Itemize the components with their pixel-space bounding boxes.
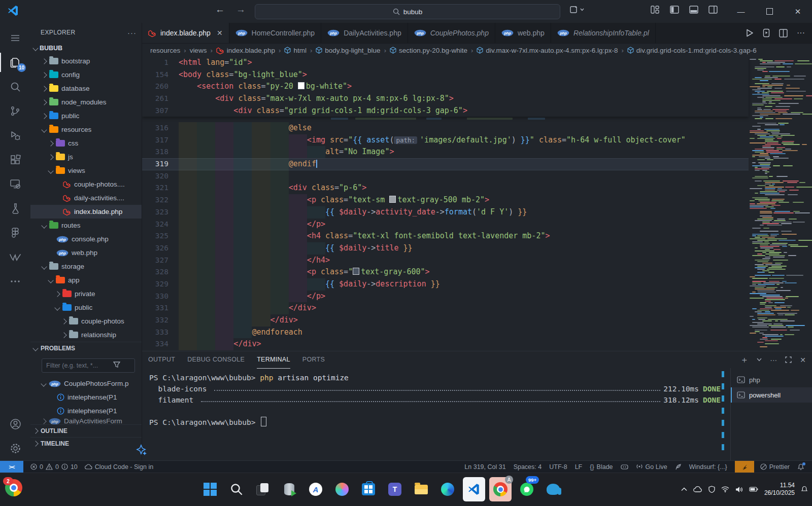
- tree-item-views[interactable]: views: [30, 164, 142, 177]
- tab-dailyactivities-php[interactable]: phpDailyActivities.php: [321, 23, 408, 43]
- feather-icon[interactable]: [675, 463, 682, 470]
- problems-file-row[interactable]: phpCouplePhotosForm.p: [30, 377, 142, 390]
- breadcrumb-item[interactable]: resources: [150, 47, 180, 54]
- activity-figma-icon[interactable]: [0, 221, 30, 245]
- code-line-332[interactable]: 332</div>: [142, 314, 749, 327]
- tree-item-couple-photos[interactable]: couple-photos: [30, 314, 142, 328]
- code-line-329[interactable]: 329{{ $daily->description }}: [142, 278, 749, 291]
- code-line-321[interactable]: 321<div class="p-6">: [142, 182, 749, 194]
- tree-item-node-modules[interactable]: node_modules: [30, 95, 142, 109]
- tree-item-public[interactable]: public: [30, 109, 142, 123]
- tray-chevron-up-icon[interactable]: [681, 487, 687, 491]
- windsurf-sparkle-icon[interactable]: [136, 444, 148, 456]
- code-line-330[interactable]: 330</p>: [142, 291, 749, 303]
- code-line-317[interactable]: 317<img src="{{ asset(path:'images/defau…: [142, 134, 749, 147]
- windsurf-action-button[interactable]: [735, 461, 754, 473]
- breadcrumb-item[interactable]: section.py-20.bg-white: [390, 47, 467, 54]
- tab-index-blade-php[interactable]: index.blade.php✕: [142, 23, 229, 43]
- line-number[interactable]: 324: [142, 219, 168, 231]
- line-number[interactable]: 1: [142, 57, 168, 69]
- problems-section-header[interactable]: PROBLEMS: [30, 342, 142, 354]
- code-line-322[interactable]: 322<p class="text-sm text-gray-500 mb-2"…: [142, 194, 749, 206]
- tree-item-app[interactable]: app: [30, 273, 142, 287]
- split-editor-icon[interactable]: [779, 29, 788, 38]
- toggle-secondary-sidebar-icon[interactable]: [708, 5, 718, 14]
- taskbar-bell-icon[interactable]: [801, 486, 808, 493]
- tree-item-resources[interactable]: resources: [30, 123, 142, 136]
- close-button[interactable]: ✕: [784, 0, 812, 23]
- taskbar-corner-chrome-icon[interactable]: 2: [5, 479, 25, 499]
- volume-icon[interactable]: [735, 486, 743, 493]
- tree-item-web-php[interactable]: phpweb.php: [30, 246, 142, 260]
- toggle-panel-icon[interactable]: [689, 5, 698, 14]
- tree-item-bootstrap[interactable]: bootstrap: [30, 54, 142, 68]
- close-panel-icon[interactable]: ✕: [800, 356, 806, 364]
- copilot-icon[interactable]: [621, 463, 628, 470]
- activity-accounts-icon[interactable]: [0, 412, 30, 436]
- line-number[interactable]: 318: [142, 146, 168, 158]
- code-line-154[interactable]: 154<body class="bg-light_blue">: [142, 69, 749, 81]
- cloud-code-status[interactable]: Cloud Code - Sign in: [85, 463, 153, 471]
- activity-settings-icon[interactable]: [0, 436, 30, 460]
- line-number[interactable]: 330: [142, 291, 168, 303]
- problems-entry[interactable]: intelephense(P1: [30, 390, 142, 404]
- line-number[interactable]: 320: [142, 170, 168, 183]
- line-number[interactable]: 321: [142, 182, 168, 194]
- go-live-button[interactable]: Go Live: [636, 463, 667, 471]
- line-number[interactable]: 332: [142, 314, 168, 327]
- tab-close-icon[interactable]: ✕: [217, 29, 223, 37]
- problems-entry[interactable]: intelephense(P1: [30, 404, 142, 418]
- shield-icon[interactable]: [708, 486, 715, 493]
- tree-item-private[interactable]: private: [30, 287, 142, 301]
- terminal-dropdown-icon[interactable]: [757, 358, 762, 362]
- activity-menu-icon[interactable]: [0, 26, 30, 50]
- tab-web-php[interactable]: phpweb.php: [495, 23, 551, 43]
- indentation[interactable]: Spaces: 4: [514, 463, 542, 471]
- start-button[interactable]: [199, 477, 221, 501]
- onedrive-icon[interactable]: [693, 486, 702, 492]
- panel-tab-output[interactable]: OUTPUT: [148, 351, 175, 369]
- line-number[interactable]: 334: [142, 338, 168, 350]
- run-file-icon[interactable]: [746, 29, 754, 37]
- minimap[interactable]: [749, 57, 812, 351]
- line-number[interactable]: 260: [142, 81, 168, 93]
- line-number[interactable]: 322: [142, 194, 168, 206]
- battery-icon[interactable]: [749, 487, 758, 492]
- customize-layout-icon[interactable]: [651, 5, 660, 14]
- panel-tab-ports[interactable]: PORTS: [302, 351, 325, 369]
- line-number[interactable]: 325: [142, 230, 168, 242]
- more-actions-icon[interactable]: ···: [797, 28, 805, 38]
- line-number[interactable]: 307: [142, 105, 168, 117]
- activity-explorer-icon[interactable]: 10: [0, 50, 30, 75]
- problems-status[interactable]: 0 0 10: [30, 463, 78, 471]
- nav-back-icon[interactable]: ←: [215, 4, 225, 15]
- tree-item-index-blade-php[interactable]: index.blade.php: [30, 205, 142, 219]
- code-line-323[interactable]: 323{{ $daily->activity_date->format('d F…: [142, 206, 749, 219]
- layout-control-icon[interactable]: [569, 5, 584, 14]
- code-line-260[interactable]: 260<section class="py-20 bg-white">: [142, 81, 749, 93]
- file-explorer-icon[interactable]: [410, 477, 432, 501]
- breadcrumb-item[interactable]: body.bg-light_blue: [316, 47, 380, 54]
- code-line-307[interactable]: 307<div class="grid grid-cols-1 md:grid-…: [142, 105, 749, 117]
- problems-filter-input[interactable]: [42, 358, 135, 373]
- panel-tab-debug-console[interactable]: DEBUG CONSOLE: [187, 351, 245, 369]
- outline-section-header[interactable]: OUTLINE: [30, 424, 142, 437]
- activity-windsurf-icon[interactable]: [0, 245, 30, 269]
- timeline-section-header[interactable]: TIMELINE: [30, 437, 142, 450]
- tree-item-config[interactable]: config: [30, 68, 142, 82]
- line-number[interactable]: 327: [142, 255, 168, 267]
- line-number[interactable]: 261: [142, 93, 168, 105]
- tree-item-relationship[interactable]: relationship: [30, 328, 142, 342]
- maximize-panel-icon[interactable]: [785, 356, 792, 363]
- line-number[interactable]: 333: [142, 327, 168, 339]
- code-editor[interactable]: 1<html lang="id">154<body class="bg-ligh…: [142, 57, 812, 351]
- command-center-search[interactable]: bubub: [255, 4, 560, 19]
- line-number[interactable]: 317: [142, 134, 168, 147]
- chrome-taskbar-icon[interactable]: A: [489, 477, 512, 501]
- activity-extensions-icon[interactable]: [0, 148, 30, 172]
- encoding[interactable]: UTF-8: [549, 463, 567, 471]
- tree-item-storage[interactable]: storage: [30, 260, 142, 273]
- code-line-318[interactable]: 318alt="No Image">: [142, 146, 749, 158]
- code-line-327[interactable]: 327</h4>: [142, 255, 749, 267]
- line-number[interactable]: 328: [142, 266, 168, 278]
